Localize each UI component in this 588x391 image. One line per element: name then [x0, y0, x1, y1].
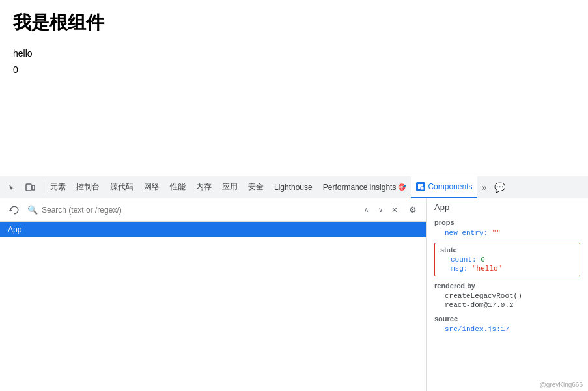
state-msg-value: "hello" — [472, 265, 502, 273]
hello-text: hello — [13, 46, 575, 62]
tab-application[interactable]: 应用 — [217, 176, 243, 198]
source-label: source — [434, 315, 580, 323]
search-bar: 🔍 ∧ ∨ ✕ ⚙ — [0, 198, 426, 222]
state-count-row: count: 0 — [440, 255, 574, 264]
svg-rect-4 — [418, 187, 421, 189]
tab-console[interactable]: 控制台 — [71, 176, 105, 198]
tab-sources[interactable]: 源代码 — [105, 176, 139, 198]
components-tab-label: Components — [428, 182, 472, 191]
left-panel: 🔍 ∧ ∨ ✕ ⚙ App — [0, 198, 427, 391]
component-tree: App — [0, 222, 426, 391]
tab-memory[interactable]: 内存 — [191, 176, 217, 198]
state-label: state — [440, 246, 574, 254]
device-toggle-btn[interactable] — [21, 178, 39, 196]
content-text: hello 0 — [13, 46, 575, 78]
props-section: props new entry: "" — [427, 216, 588, 240]
right-panel: App props new entry: "" state count: 0 m… — [427, 198, 588, 391]
search-settings-btn[interactable]: ⚙ — [405, 202, 421, 218]
svg-rect-0 — [26, 184, 31, 191]
search-clear-btn[interactable]: ✕ — [388, 204, 401, 217]
chat-icon: 💬 — [494, 182, 505, 193]
source-link-row: src/index.js:17 — [434, 325, 580, 334]
source-link[interactable]: src/index.js:17 — [445, 325, 509, 333]
devtools-toolbar: 元素 控制台 源代码 网络 性能 内存 应用 安全 Lighthouse Per… — [0, 176, 588, 198]
components-icon — [416, 182, 425, 191]
main-content: 我是根组件 hello 0 — [0, 0, 588, 176]
svg-rect-3 — [421, 184, 424, 187]
state-msg-row: msg: "hello" — [440, 264, 574, 273]
devtools-content: 🔍 ∧ ∨ ✕ ⚙ App App props — [0, 198, 588, 391]
rendered-by-label: rendered by — [434, 282, 580, 290]
prop-key-new-entry: new entry: — [445, 229, 492, 237]
tab-performance-insights[interactable]: Performance insights 🎯 — [318, 176, 412, 198]
svg-rect-5 — [421, 187, 424, 189]
count-text: 0 — [13, 62, 575, 78]
prop-new-entry: new entry: "" — [434, 228, 580, 237]
search-nav-buttons: ∧ ∨ ✕ — [359, 204, 401, 217]
toolbar-divider-1 — [42, 181, 42, 194]
state-count-key: count: — [451, 256, 481, 263]
state-msg-key: msg: — [451, 265, 472, 273]
svg-rect-2 — [418, 184, 421, 187]
prop-value-new-entry: "" — [492, 229, 501, 237]
tab-security[interactable]: 安全 — [243, 176, 269, 198]
rendered-by-section: rendered by createLegacyRoot() react-dom… — [427, 279, 588, 312]
page-title: 我是根组件 — [13, 10, 575, 35]
search-prev-btn[interactable]: ∧ — [359, 204, 372, 217]
source-section: source src/index.js:17 — [427, 312, 588, 336]
tab-network[interactable]: 网络 — [139, 176, 165, 198]
chat-btn[interactable]: 💬 — [490, 176, 509, 198]
search-input[interactable] — [42, 206, 356, 215]
tab-performance[interactable]: 性能 — [165, 176, 191, 198]
component-item-app[interactable]: App — [0, 222, 426, 237]
refresh-tree-btn[interactable] — [5, 201, 23, 219]
tab-components[interactable]: Components — [411, 176, 477, 198]
search-icon: 🔍 — [27, 205, 38, 215]
more-tabs-btn[interactable]: » — [477, 176, 490, 198]
search-next-btn[interactable]: ∨ — [374, 204, 387, 217]
tab-lighthouse[interactable]: Lighthouse — [269, 176, 318, 198]
tab-elements[interactable]: 元素 — [45, 176, 71, 198]
state-box: state count: 0 msg: "hello" — [434, 243, 580, 276]
right-panel-title: App — [427, 198, 588, 216]
inspect-element-btn[interactable] — [3, 178, 21, 196]
watermark: @greyKing666 — [540, 381, 583, 388]
rendered-item-0: createLegacyRoot() — [434, 291, 580, 301]
svg-rect-1 — [32, 185, 35, 190]
devtools-panel: 元素 控制台 源代码 网络 性能 内存 应用 安全 Lighthouse Per… — [0, 176, 588, 391]
rendered-item-1: react-dom@17.0.2 — [434, 301, 580, 310]
state-count-value: 0 — [481, 256, 485, 263]
performance-insights-icon: 🎯 — [398, 183, 406, 191]
props-label: props — [434, 219, 580, 226]
